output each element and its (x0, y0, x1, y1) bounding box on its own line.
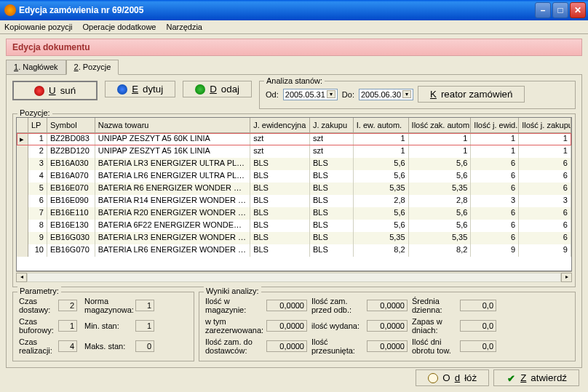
row-indicator (17, 183, 28, 195)
do-date-input[interactable]: 2005.06.30▾ (359, 89, 413, 100)
table-row[interactable]: 6EB16E090BATERIA R14 ENERGIZER WONDER UL… (17, 195, 571, 207)
tab-panel-pozycje: UUsuńsuń Edytuj Dodaj Analiza stanów: Od… (6, 74, 582, 368)
col-lp[interactable]: LP (28, 118, 47, 132)
cell: 10 (28, 244, 47, 257)
table-row[interactable]: 10EB16G070BATERIA LR6 ENERGIZER WONDER G… (17, 244, 571, 257)
cell: 1 (519, 133, 571, 145)
table-row[interactable]: 3EB16A030BATERIA LR3 ENERGIZER ULTRA PLU… (17, 158, 571, 170)
cell: BLS (310, 183, 354, 195)
czas-real-label: Czas realizacji: (19, 337, 54, 355)
cell: EB16A070 (47, 170, 95, 183)
edit-button[interactable]: Edytuj (105, 81, 175, 97)
delete-button[interactable]: UUsuńsuń (12, 81, 98, 100)
cell: 1 (28, 133, 47, 145)
czas-dostawy-value: 2 (58, 300, 77, 311)
menu-operacje[interactable]: Operacje dodatkowe (83, 23, 156, 31)
cell: EB16E070 (47, 183, 95, 195)
table-row[interactable]: 5EB16E070BATERIA R6 ENERGIZER WONDER ULT… (17, 183, 571, 195)
table-row[interactable]: 9EB16G030BATERIA LR3 ENERGIZER WONDER GO… (17, 232, 571, 244)
minimize-button[interactable]: – (535, 2, 551, 18)
cell: BLS (310, 232, 354, 244)
col-symbol[interactable]: Symbol (47, 118, 95, 132)
scroll-track[interactable] (27, 273, 561, 282)
cell: EB16A030 (47, 158, 95, 170)
cell: 5,6 (409, 220, 472, 232)
col-iza[interactable]: Ilość zak. autom. (409, 118, 472, 132)
cell: 1 (409, 133, 472, 145)
col-jzak[interactable]: J. zakupu (310, 118, 354, 132)
czas-buf-value: 1 (58, 320, 77, 332)
tab-naglowek[interactable]: 11. Nagłówek. Nagłówek (6, 60, 66, 75)
cell: EB16E090 (47, 195, 95, 207)
cell: 6 (471, 220, 519, 232)
col-izak[interactable]: Ilość j. zakupu (519, 118, 571, 132)
table-row[interactable]: 8EB16E130BATERIA 6F22 ENERGIZER WONDER U… (17, 220, 571, 232)
zatwierdz-button[interactable]: ✔ Zatwierdź (493, 369, 579, 386)
document-header: Edycja dokumentu (6, 39, 582, 56)
horizontal-scrollbar[interactable]: ◂ ▸ (16, 271, 572, 282)
scroll-left-icon[interactable]: ◂ (16, 273, 27, 282)
czas-buf-label: Czas buforowy: (19, 317, 54, 335)
cell: 5,6 (354, 207, 409, 220)
norma-label: Norma magazynowa: (84, 297, 131, 314)
cell: 6 (519, 232, 571, 244)
wyniki-legend: Wyniki analizy: (204, 287, 261, 295)
col-iea[interactable]: I. ew. autom. (354, 118, 409, 132)
tab-pozycje[interactable]: 2. Pozycje (66, 60, 119, 75)
col-iew[interactable]: Ilość j. ewid. (471, 118, 519, 132)
cell: 9 (519, 244, 571, 257)
cell: 8 (28, 220, 47, 232)
zapas-value: 0,0 (460, 320, 496, 332)
close-button[interactable]: ✕ (570, 2, 586, 18)
col-nazwa[interactable]: Nazwa towaru (95, 118, 250, 132)
wydana-label: ilość wydana: (311, 321, 362, 330)
add-button[interactable]: Dodaj (183, 81, 252, 97)
table-row[interactable]: 2BZ2BD120UNIPAP ZESZYT A5 16K LINIAsztsz… (17, 145, 571, 158)
menu-narzedzia[interactable]: Narzędzia (166, 23, 202, 31)
scroll-right-icon[interactable]: ▸ (561, 273, 572, 282)
cell: 9 (28, 232, 47, 244)
dropdown-icon[interactable]: ▾ (402, 90, 411, 98)
cell: szt (250, 133, 310, 145)
kreator-button[interactable]: Kreator zamówień (418, 86, 525, 103)
cell: EB16E110 (47, 207, 95, 220)
table-row[interactable]: 7EB16E110BATERIA R20 ENERGIZER WONDER UL… (17, 207, 571, 220)
col-jew[interactable]: J. ewidencyjna (250, 118, 310, 132)
table-row[interactable]: ▸1BZ2BD083UNIPAP ZESZYT A5 60K LINIAszts… (17, 133, 571, 145)
pozycje-legend: Pozycje: (17, 108, 52, 117)
edit-icon (117, 84, 127, 95)
cell: UNIPAP ZESZYT A5 16K LINIA (95, 145, 250, 158)
cell: 5,35 (354, 232, 409, 244)
row-indicator (17, 232, 28, 244)
col-rowselector (17, 118, 28, 132)
cell: 1 (409, 145, 472, 158)
obrot-value: 0,0 (460, 340, 496, 352)
table-row[interactable]: 4EB16A070BATERIA LR6 ENERGIZER ULTRA PLU… (17, 170, 571, 183)
cell: 6 (519, 183, 571, 195)
cell: 5,6 (354, 170, 409, 183)
cell: szt (310, 133, 354, 145)
cell: BLS (250, 220, 310, 232)
cell: UNIPAP ZESZYT A5 60K LINIA (95, 133, 250, 145)
cell: BLS (250, 158, 310, 170)
ilosc-mag-label: Ilość w magazynie: (205, 297, 262, 314)
ilosc-dost-value: 0,0000 (266, 340, 307, 352)
cell: 6 (471, 170, 519, 183)
od-date-input[interactable]: 2005.05.31▾ (283, 89, 338, 100)
cell: 1 (471, 145, 519, 158)
cell: 9 (471, 244, 519, 257)
grid-body: ▸1BZ2BD083UNIPAP ZESZYT A5 60K LINIAszts… (17, 133, 571, 257)
dropdown-icon[interactable]: ▾ (327, 90, 335, 98)
cell: 8,2 (409, 244, 472, 257)
cell: 6 (471, 207, 519, 220)
maximize-button[interactable]: □ (552, 2, 568, 18)
analiza-legend: Analiza stanów: (264, 76, 325, 85)
odloz-button[interactable]: Odłóż (416, 369, 489, 386)
maks-value: 0 (135, 340, 154, 352)
cell: BLS (250, 183, 310, 195)
przesun-value: 0,0000 (367, 340, 408, 352)
cell: BZ2BD083 (47, 133, 95, 145)
cell: 2,8 (409, 195, 472, 207)
maks-label: Maks. stan: (84, 342, 131, 351)
menu-kopiowanie[interactable]: Kopiowanie pozycji (4, 23, 73, 31)
